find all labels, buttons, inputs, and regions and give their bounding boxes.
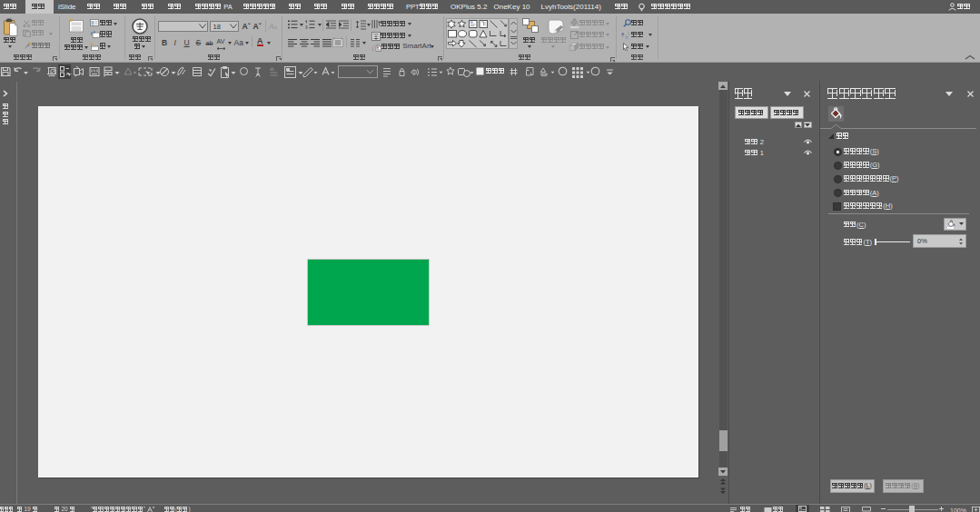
svg-text:b: b [626, 34, 629, 39]
